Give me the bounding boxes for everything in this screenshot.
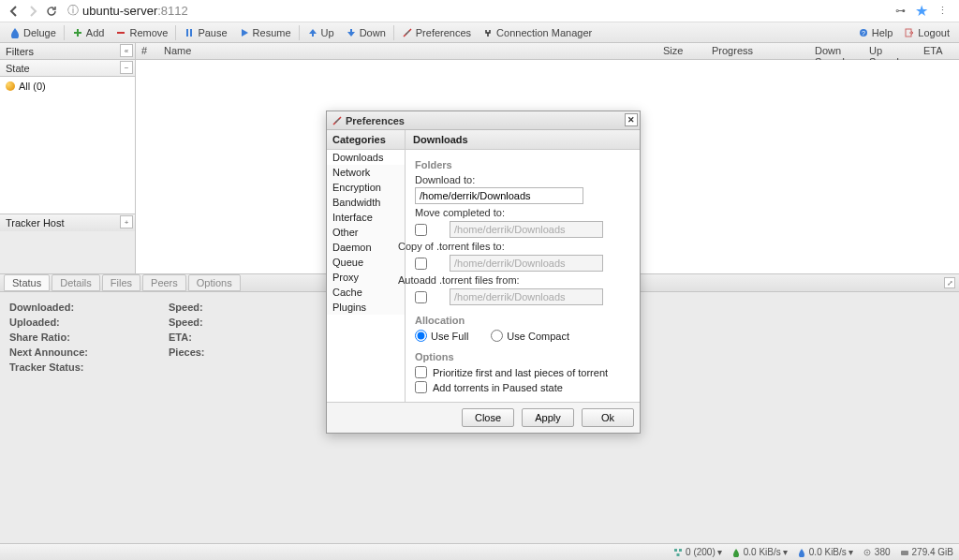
col-progress[interactable]: Progress (706, 43, 809, 59)
move-completed-checkbox[interactable] (415, 224, 427, 236)
dialog-title-text: Preferences (346, 115, 405, 126)
prioritize-checkbox[interactable] (415, 366, 427, 378)
deluge-toolbar: Deluge Add Remove Pause Resume Up Down P… (0, 22, 959, 43)
browser-menu-icon[interactable]: ⋮ (932, 5, 953, 17)
dialog-close-button[interactable]: ✕ (625, 113, 638, 126)
filter-all[interactable]: All (0) (0, 79, 135, 94)
bookmark-star-icon[interactable]: ★ (915, 2, 928, 20)
dht-value: 380 (875, 547, 891, 557)
resume-button[interactable]: Resume (233, 24, 297, 41)
svg-rect-0 (117, 32, 125, 34)
close-button[interactable]: Close (462, 408, 514, 427)
tab-options[interactable]: Options (188, 274, 241, 291)
use-compact-radio[interactable]: Use Compact (491, 330, 569, 342)
down-drop-icon (731, 548, 741, 557)
ok-button[interactable]: Ok (582, 408, 634, 427)
connection-manager-button[interactable]: Connection Manager (477, 24, 598, 41)
url-bar[interactable]: ⓘ ubuntu-server :8112 (62, 3, 895, 19)
use-full-radio[interactable]: Use Full (415, 330, 468, 342)
tab-status[interactable]: Status (4, 274, 50, 291)
svg-rect-2 (190, 29, 192, 37)
category-proxy[interactable]: Proxy (327, 270, 405, 285)
expand-tracker-icon[interactable]: + (120, 215, 133, 228)
preferences-button[interactable]: Preferences (396, 24, 477, 41)
network-icon (673, 548, 683, 557)
collapse-state-icon[interactable]: − (120, 61, 133, 74)
col-size[interactable]: Size (657, 43, 706, 59)
category-other[interactable]: Other (327, 225, 405, 240)
status-down-speed[interactable]: 0.0 KiB/s▾ (731, 547, 788, 557)
category-plugins[interactable]: Plugins (327, 300, 405, 315)
next-announce-label: Next Announce: (9, 346, 88, 358)
copy-torrent-input (450, 255, 603, 272)
status-up-speed[interactable]: 0.0 KiB/s▾ (797, 547, 853, 557)
play-icon (239, 27, 250, 38)
tracker-section: Tracker Host + (0, 214, 135, 231)
tab-peers[interactable]: Peers (142, 274, 186, 291)
resume-label: Resume (253, 27, 291, 38)
url-host: ubuntu-server (82, 4, 157, 18)
logout-button[interactable]: Logout (898, 24, 955, 41)
download-to-input[interactable] (415, 187, 583, 204)
col-eta[interactable]: ETA (918, 43, 959, 59)
category-network[interactable]: Network (327, 165, 405, 180)
sidebar: Filters « State − All (0) Tracker Host + (0, 43, 136, 273)
content-header: Downloads (406, 130, 640, 150)
preferences-label: Preferences (416, 27, 471, 38)
category-queue[interactable]: Queue (327, 255, 405, 270)
col-up-speed[interactable]: Up Speed (863, 43, 918, 59)
connections-value: 0 (200) (686, 547, 716, 557)
reload-button[interactable] (43, 3, 60, 20)
forward-button[interactable] (24, 3, 41, 20)
category-interface[interactable]: Interface (327, 210, 405, 225)
category-encryption[interactable]: Encryption (327, 180, 405, 195)
col-name[interactable]: Name (158, 43, 657, 59)
autoadd-checkbox[interactable] (415, 291, 427, 303)
status-disk[interactable]: 279.4 GiB (900, 547, 953, 557)
add-button[interactable]: Add (66, 24, 111, 41)
svg-rect-7 (679, 549, 682, 552)
state-header[interactable]: State − (0, 60, 135, 77)
status-connections[interactable]: 0 (200)▾ (673, 547, 722, 557)
back-button[interactable] (6, 3, 22, 20)
tracker-header[interactable]: Tracker Host + (0, 214, 135, 231)
brand[interactable]: Deluge (4, 24, 62, 41)
down-button[interactable]: Down (340, 24, 391, 41)
up-button[interactable]: Up (302, 24, 340, 41)
share-ratio-label: Share Ratio: (9, 332, 70, 343)
category-bandwidth[interactable]: Bandwidth (327, 195, 405, 210)
down-speed-value: 0.0 KiB/s (744, 547, 781, 557)
category-daemon[interactable]: Daemon (327, 240, 405, 255)
svg-rect-11 (901, 551, 908, 555)
dialog-titlebar[interactable]: Preferences ✕ (327, 111, 640, 130)
help-button[interactable]: ?Help (852, 24, 899, 41)
category-cache[interactable]: Cache (327, 285, 405, 300)
col-num[interactable]: # (136, 43, 158, 59)
apply-button[interactable]: Apply (522, 408, 574, 427)
tab-details[interactable]: Details (52, 274, 100, 291)
key-icon[interactable]: ⊶ (895, 5, 906, 17)
category-downloads[interactable]: Downloads (327, 150, 405, 165)
content-column: Downloads Folders Download to: Move comp… (406, 130, 640, 402)
move-completed-label: Move completed to: (415, 207, 630, 218)
add-paused-checkbox[interactable] (415, 381, 427, 393)
speed2-label: Speed: (169, 317, 203, 328)
expand-panel-icon[interactable]: ⤢ (944, 277, 955, 288)
copy-torrent-checkbox[interactable] (415, 258, 427, 270)
pause-button[interactable]: Pause (178, 24, 232, 41)
up-drop-icon (797, 548, 806, 557)
minus-icon (115, 27, 126, 38)
downloaded-label: Downloaded: (9, 302, 74, 313)
tab-files[interactable]: Files (102, 274, 140, 291)
categories-column: Categories Downloads Network Encryption … (327, 130, 406, 402)
pause-label: Pause (198, 27, 227, 38)
help-icon: ? (858, 27, 869, 38)
tracker-status-label: Tracker Status: (9, 361, 83, 373)
remove-button[interactable]: Remove (110, 24, 173, 41)
col-down-speed[interactable]: Down Speed (809, 43, 863, 59)
uploaded-label: Uploaded: (9, 317, 60, 328)
collapse-sidebar-icon[interactable]: « (120, 44, 133, 57)
brand-label: Deluge (23, 27, 56, 38)
dialog-buttons: Close Apply Ok (327, 402, 640, 433)
status-dht[interactable]: 380 (863, 547, 891, 557)
